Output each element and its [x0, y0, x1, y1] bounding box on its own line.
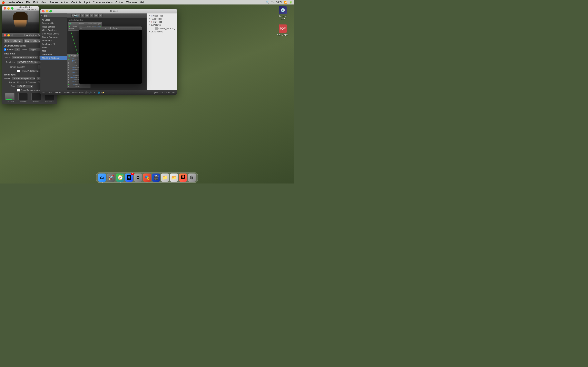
- enable-checkbox[interactable]: [4, 48, 6, 51]
- cycles-label: Cycles: [153, 92, 158, 94]
- file-tree-audio-files[interactable]: ▼ ♪ Audio Files: [148, 17, 176, 20]
- capture-minimize-button[interactable]: [7, 34, 10, 36]
- video-preview-title: Video Capture Preview : Channel 1: [15, 6, 37, 11]
- file-tree-pictures[interactable]: ▼ 🗂 Pictures: [148, 24, 176, 26]
- gain-select[interactable]: +24 dB: [17, 84, 33, 88]
- stage-dot: [80, 27, 82, 29]
- audio-count: 0: [92, 92, 93, 94]
- actor-midi[interactable]: MIDI: [40, 49, 67, 53]
- main-minimize-button[interactable]: [46, 10, 48, 12]
- file-item-camera-issue[interactable]: 1 camera_issue.png: [148, 26, 176, 30]
- dock-finder[interactable]: 🗂: [98, 174, 106, 182]
- menu-windows[interactable]: Windows: [126, 1, 137, 4]
- minimize-button[interactable]: [7, 7, 10, 9]
- file-browser-content: ▼ ▭ Video Files ▼ ♪ Audio Files ▼ ♫ MIDI…: [147, 13, 177, 34]
- safari-running-dot: [120, 182, 121, 183]
- desktop-icon-pdf[interactable]: PDF CES_kit.pdf: [276, 25, 290, 36]
- channel-2-thumb[interactable]: Channel 2: [17, 93, 29, 103]
- stop-live-capture-button[interactable]: Stop Live Capture: [24, 39, 43, 43]
- dock-files2[interactable]: 📂: [170, 174, 178, 182]
- dock-settings[interactable]: ⚙: [134, 174, 142, 182]
- spotlight-icon[interactable]: 🔍: [266, 1, 269, 4]
- apple-menu[interactable]: 🍎: [2, 1, 5, 4]
- actor-mouse-keyboard[interactable]: Mouse & Keyboard: [40, 56, 67, 60]
- menu-communications[interactable]: Communications: [93, 1, 113, 4]
- proj-dot-horz: [68, 62, 69, 64]
- toolbar-btn-2[interactable]: 🔊: [76, 14, 80, 17]
- dock-isadora[interactable]: 🎭: [143, 174, 151, 182]
- menu-controls[interactable]: Controls: [71, 1, 81, 4]
- dock: 🗂 🚀 🧭 🅰 4 ⚙ 🎭 🎬 📁 📂 �: [96, 173, 198, 183]
- dock-files1[interactable]: 📁: [161, 174, 169, 182]
- viw-title: 1: [71, 23, 72, 25]
- camera-add-icon[interactable]: 📷: [74, 15, 77, 17]
- toolbar-btn-4[interactable]: ⊡: [85, 14, 89, 17]
- actor-general-video[interactable]: General Video: [40, 22, 67, 25]
- menu-edit[interactable]: Edit: [33, 1, 38, 4]
- clear-search-icon[interactable]: ✕: [72, 15, 73, 17]
- close-button[interactable]: [4, 7, 6, 9]
- channel-1-thumb[interactable]: Channel 1: [4, 93, 16, 103]
- actor-all-video[interactable]: All Video: [40, 18, 67, 22]
- force-jpeg-checkbox[interactable]: [17, 70, 20, 72]
- dock-appstore[interactable]: 🅰 4: [125, 174, 133, 182]
- channel-1-label: Channel 1: [6, 100, 14, 103]
- actor-generators[interactable]: Generators: [40, 53, 67, 56]
- toolbar-btn-3[interactable]: ⊞: [80, 14, 85, 17]
- actor-audio[interactable]: Audio: [40, 46, 67, 49]
- pictures-icon: 🗂: [151, 24, 153, 26]
- file-tree-video-files[interactable]: ▼ ▭ Video Files: [148, 14, 176, 17]
- dock-launchpad[interactable]: 🚀: [107, 174, 115, 182]
- video-device-select[interactable]: FaceTime HD Camera: [12, 56, 38, 59]
- driver-label: Driver:: [22, 49, 28, 51]
- menu-help[interactable]: Help: [140, 1, 145, 4]
- menu-scenes[interactable]: Scenes: [49, 1, 58, 4]
- main-close-button[interactable]: [42, 10, 44, 12]
- toolbar-btn-7[interactable]: 🖥: [98, 14, 103, 17]
- app-name[interactable]: IsadoraCore: [8, 1, 23, 4]
- maximize-button[interactable]: [11, 7, 13, 9]
- actor-browser-panel: ▼ ✕ 📷 All Video General Video Video Sour…: [40, 13, 67, 95]
- menu-file[interactable]: File: [26, 1, 30, 4]
- menu-input[interactable]: Input: [84, 1, 90, 4]
- menu-view[interactable]: View: [41, 1, 46, 4]
- sound-format-value: 44.1kHz / 2 Channels / 32 Bits: [17, 81, 44, 83]
- projector-dot: [68, 55, 70, 57]
- resolution-select[interactable]: 320x180 (HD Eighth): [17, 60, 42, 64]
- actor-video-renderers[interactable]: Video Renderers: [40, 29, 67, 32]
- actor-quartz-composer[interactable]: Quartz Composer: [40, 35, 67, 39]
- dock-safari[interactable]: 🧭: [116, 174, 124, 182]
- file-tree-3d-models[interactable]: ▼ 🗂 3D Models: [148, 30, 176, 33]
- file-tree-midi-files[interactable]: ▼ ♫ MIDI Files: [148, 20, 176, 24]
- menu-output[interactable]: Output: [116, 1, 123, 4]
- dock-photos[interactable]: 🖼: [179, 174, 187, 182]
- actor-search-input[interactable]: [43, 14, 71, 17]
- channel-1-preview: [5, 93, 15, 100]
- main-titlebar: Untitled: [40, 9, 177, 13]
- channel-number-input[interactable]: [14, 48, 20, 51]
- proj-val-horz: 0: [70, 62, 75, 64]
- viw-ports-in: 1 channel stage: [69, 25, 77, 30]
- freq-analysis-checkbox[interactable]: [17, 89, 20, 92]
- isadora-running-dot: [147, 182, 147, 183]
- dock-quicktime[interactable]: 🎬: [152, 174, 160, 182]
- actor-video-sources[interactable]: Video Sources: [40, 25, 67, 29]
- toolbar-btn-5[interactable]: ⊕: [89, 14, 94, 17]
- actor-freeframe[interactable]: FreeFrame: [40, 39, 67, 42]
- viw-dot: [69, 23, 71, 25]
- proj-val-intensity: 100: [70, 81, 75, 83]
- video-files-icon: ▭: [151, 15, 153, 17]
- sound-device-select[interactable]: Built-in Microphone: [12, 77, 35, 81]
- actor-freeframe-gl[interactable]: FreeFrame GL: [40, 42, 67, 46]
- desktop-icon-dance[interactable]: 💿 dance hdblue: [276, 6, 290, 20]
- main-window-title: Untitled: [53, 10, 175, 12]
- menu-actors[interactable]: Actors: [61, 1, 69, 4]
- dock-trash[interactable]: 🗑: [188, 174, 196, 182]
- midi-files-label: MIDI Files: [153, 21, 162, 23]
- actor-core-video-effects[interactable]: Core Video Effects: [40, 32, 67, 35]
- start-live-capture-button[interactable]: Start Live Capture: [4, 39, 23, 43]
- main-maximize-button[interactable]: [49, 10, 52, 12]
- capture-close-button[interactable]: [4, 34, 6, 36]
- toolbar-btn-6[interactable]: ⊞: [94, 14, 98, 17]
- plus-icon: ⊕: [91, 15, 92, 17]
